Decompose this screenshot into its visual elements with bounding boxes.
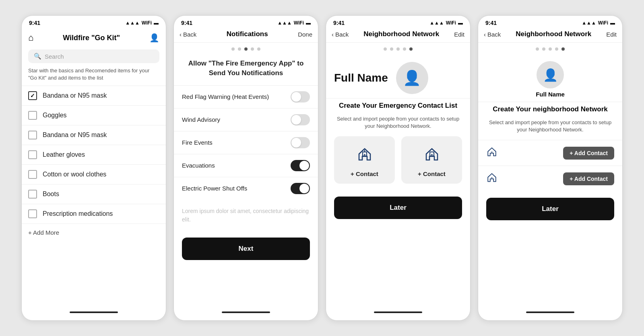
edit-button-4[interactable]: Edit [606,31,617,38]
checkbox-5[interactable] [28,190,37,199]
next-button[interactable]: Next [182,238,310,260]
full-name-heading-3: Full Name [334,72,388,84]
toggle-label-3: Evacuations [182,162,215,169]
avatar-icon-3: 👤 [403,70,421,86]
checklist-item-5[interactable]: Boots [22,184,166,204]
dot-4-3 [555,47,558,51]
home-icon[interactable]: ⌂ [28,33,33,43]
toggle-label-0: Red Flag Warning (Heat Events) [182,93,269,100]
toggle-label-1: Wind Advisory [182,116,220,123]
screen1-title: Wildfire "Go Kit" [63,34,120,42]
description-text: Star with the basics and Recomended item… [22,67,166,86]
dot-3-4 [409,47,413,51]
avatar-4: 👤 [537,61,564,88]
status-icons-2: ▲▲▲ WiFi ▬ [277,20,311,26]
add-contact-button-2[interactable]: + Add Contact [563,172,614,185]
profile-icon[interactable]: 👤 [149,33,159,43]
lorem-text: Lorem ipsum dolor sit amet, consectetur … [174,200,318,231]
dot-2-1 [238,47,241,51]
toggle-row-4: Electric Power Shut Offs [174,177,318,200]
back-button-2[interactable]: ‹ Back [180,31,196,38]
done-button[interactable]: Done [298,31,312,38]
item-label-5: Boots [43,191,59,198]
screen3-phone: 9:41 ▲▲▲ WiFi ▬ ‹ Back Neighborhood Netw… [326,15,471,321]
add-contact-row-1: + Add Contact [478,140,622,166]
checklist-item-2[interactable]: Bandana or N95 mask [22,125,166,145]
bottom-bar-3 [326,307,470,320]
wifi-icon-2: WiFi [294,20,304,26]
dot-3-1 [390,47,393,51]
avatar-icon-4: 👤 [543,68,558,82]
wifi-icon-3: WiFi [446,20,456,26]
signal-icon-2: ▲▲▲ [277,20,292,26]
dot-4-0 [536,47,539,51]
checklist-item-0[interactable]: ✓ Bandana or N95 mask [22,86,166,105]
time-3: 9:41 [333,20,345,26]
toggle-label-2: Fire Events [182,139,213,146]
toggle-label-4: Electric Power Shut Offs [182,185,247,192]
checklist-item-6[interactable]: Prescription medications [22,204,166,223]
back-arrow-icon-4: ‹ [484,31,486,38]
item-label-3: Leather gloves [43,151,85,158]
checkbox-3[interactable] [28,150,37,159]
toggle-row-2: Fire Events [174,131,318,154]
back-label-2: Back [183,31,196,38]
toggle-2[interactable] [291,137,310,148]
bottom-indicator-2 [222,311,270,313]
checkbox-1[interactable] [28,111,37,120]
house-icon-1 [357,146,373,166]
add-contact-button-1[interactable]: + Add Contact [563,147,614,160]
item-label-0: Bandana or N95 mask [43,92,107,99]
status-bar-2: 9:41 ▲▲▲ WiFi ▬ [174,16,318,29]
item-label-2: Bandana or N95 mask [43,131,107,139]
edit-button-3[interactable]: Edit [454,31,464,38]
screen1-header: ⌂ Wildfire "Go Kit" 👤 [22,29,166,47]
checkbox-4[interactable] [28,170,37,179]
checkbox-6[interactable] [28,209,37,218]
back-label-3: Back [335,31,349,38]
time-2: 9:41 [181,20,192,26]
item-label-6: Prescription medications [43,210,113,217]
dot-2-2 [244,47,248,51]
toggle-1[interactable] [291,114,310,125]
status-bar-1: 9:41 ▲▲▲ WiFi ▬ [22,16,166,29]
add-contact-row-2: + Add Contact [478,166,622,191]
checkbox-0[interactable]: ✓ [28,91,37,100]
dot-4-1 [542,47,545,51]
checkbox-2[interactable] [28,131,37,139]
checklist-item-1[interactable]: Goggles [22,105,166,125]
later-button-3[interactable]: Later [334,197,462,219]
checklist-item-4[interactable]: Cotton or wool clothes [22,164,166,184]
item-label-4: Cotton or wool clothes [43,171,106,178]
add-more[interactable]: + Add More [22,223,166,241]
edit-label-4: Edit [606,31,617,38]
section-title-3: Create Your Emergency Contact List [326,98,470,113]
house-icon-2 [424,146,440,166]
screen2-phone: 9:41 ▲▲▲ WiFi ▬ ‹ Back Notifications Don… [173,15,318,321]
screen4-phone: 9:41 ▲▲▲ WiFi ▬ ‹ Back Neighborhood Netw… [478,15,623,321]
back-arrow-icon-2: ‹ [180,31,182,38]
toggle-row-3: Evacuations [174,154,318,177]
contact-card-1[interactable]: + Contact [334,136,395,184]
screens-container: 9:41 ▲▲▲ WiFi ▬ ⌂ Wildfire "Go Kit" 👤 🔍 … [10,4,634,332]
bottom-bar-2 [174,307,318,320]
back-button-4[interactable]: ‹ Back [484,31,501,38]
signal-icon-1: ▲▲▲ [125,20,140,26]
done-label: Done [298,31,312,38]
status-icons-1: ▲▲▲ WiFi ▬ [125,20,159,26]
nav-bar-4: ‹ Back Neighborhood Network Edit [478,29,622,43]
toggle-row-0: Red Flag Warning (Heat Events) [174,85,318,108]
toggle-4[interactable] [291,183,310,194]
back-button-3[interactable]: ‹ Back [332,31,349,38]
search-bar[interactable]: 🔍 Search [28,49,159,63]
later-button-4[interactable]: Later [486,198,614,220]
contact-card-2[interactable]: + Contact [401,136,462,184]
dot-3-0 [384,47,387,51]
battery-icon-4: ▬ [610,20,615,26]
checklist-item-3[interactable]: Leather gloves [22,145,166,164]
toggle-3[interactable] [291,160,310,171]
toggle-0[interactable] [291,91,310,102]
contact-card-label-1: + Contact [351,170,378,177]
status-icons-3: ▲▲▲ WiFi ▬ [429,20,463,26]
notification-title: Allow "The Fire Emergency App" to Send Y… [174,55,318,85]
